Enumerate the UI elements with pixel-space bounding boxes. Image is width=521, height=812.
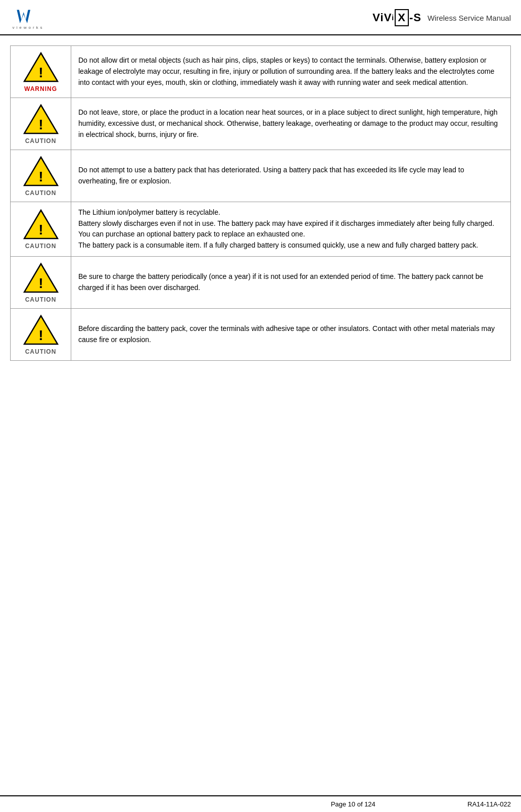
vivix-pre: Vi: [372, 11, 384, 24]
icon-label-1: CAUTION: [25, 137, 57, 145]
icon-label-2: CAUTION: [25, 189, 57, 197]
table-row: ! CAUTION Do not attempt to use a batter…: [11, 150, 511, 202]
caution-icon-wrap: ! CAUTION: [18, 314, 64, 355]
caution-icon-wrap: ! CAUTION: [18, 103, 64, 145]
icon-cell-5: ! CAUTION: [11, 308, 71, 360]
svg-text:!: !: [38, 65, 43, 80]
svg-text:!: !: [38, 117, 43, 132]
caution-triangle-icon: !: [23, 208, 59, 240]
row-text-line: The Lithium ion/polymer battery is recyc…: [78, 208, 220, 216]
text-cell-0: Do not allow dirt or metal objects (such…: [71, 46, 511, 98]
vivix-post: -S: [409, 11, 421, 24]
caution-triangle-icon: !: [23, 103, 59, 134]
icon-label-4: CAUTION: [25, 296, 57, 303]
icon-cell-3: ! CAUTION: [11, 202, 71, 257]
page-wrapper: v i e w o r k s Vi V i X -S Wireless Ser…: [0, 0, 521, 812]
icon-cell-2: ! CAUTION: [11, 150, 71, 202]
footer-doc-number: RA14-11A-022: [467, 800, 511, 808]
text-cell-2: Do not attempt to use a battery pack tha…: [71, 150, 511, 202]
text-cell-3: The Lithium ion/polymer battery is recyc…: [71, 202, 511, 257]
svg-text:!: !: [38, 222, 43, 237]
footer: Page 10 of 124 RA14-11A-022: [0, 795, 521, 812]
svg-text:!: !: [38, 169, 43, 184]
table-row: ! CAUTION Be sure to charge the battery …: [11, 256, 511, 308]
table-row: ! WARNING Do not allow dirt or metal obj…: [11, 46, 511, 98]
caution-triangle-icon: !: [23, 155, 59, 186]
svg-text:!: !: [38, 275, 43, 291]
logo-area: v i e w o r k s: [10, 5, 51, 30]
icon-cell-0: ! WARNING: [11, 46, 71, 98]
caution-icon-wrap: ! WARNING: [18, 51, 64, 92]
vivix-logo: Vi V i X -S: [372, 9, 421, 26]
vivix-i: i: [392, 14, 394, 22]
icon-label-3: CAUTION: [25, 243, 57, 250]
caution-icon-wrap: ! CAUTION: [18, 155, 64, 197]
vivix-box: X: [395, 9, 409, 26]
row-text-line: Battery slowly discharges even if not in…: [78, 219, 494, 238]
caution-triangle-icon: !: [23, 51, 59, 82]
svg-text:!: !: [38, 327, 43, 343]
table-row: ! CAUTION The Lithium ion/polymer batter…: [11, 202, 511, 257]
header: v i e w o r k s Vi V i X -S Wireless Ser…: [0, 0, 521, 35]
icon-cell-4: ! CAUTION: [11, 256, 71, 308]
row-text-line: Be sure to charge the battery periodical…: [78, 272, 483, 292]
row-text-line: Do not attempt to use a battery pack tha…: [78, 166, 464, 185]
manual-title: Wireless Service Manual: [428, 14, 511, 22]
text-cell-5: Before discarding the battery pack, cove…: [71, 308, 511, 360]
row-text-line: Before discarding the battery pack, cove…: [78, 324, 495, 344]
text-cell-1: Do not leave, store, or place the produc…: [71, 98, 511, 150]
caution-triangle-icon: !: [23, 314, 59, 345]
caution-triangle-icon: !: [23, 262, 59, 293]
vivix-v: V: [384, 11, 392, 24]
svg-text:v i e w o r k s: v i e w o r k s: [12, 25, 42, 30]
svg-marker-0: [17, 10, 30, 23]
icon-cell-1: ! CAUTION: [11, 98, 71, 150]
table-row: ! CAUTION Do not leave, store, or place …: [11, 98, 511, 150]
caution-icon-wrap: ! CAUTION: [18, 208, 64, 250]
header-right: Vi V i X -S Wireless Service Manual: [372, 9, 511, 26]
text-cell-4: Be sure to charge the battery periodical…: [71, 256, 511, 308]
row-text-line: Do not leave, store, or place the produc…: [78, 108, 498, 138]
icon-label-0: WARNING: [24, 85, 57, 92]
table-row: ! CAUTION Before discarding the battery …: [11, 308, 511, 360]
row-text-line: The battery pack is a consumable item. I…: [78, 241, 478, 249]
icon-label-5: CAUTION: [25, 348, 57, 355]
warning-table: ! WARNING Do not allow dirt or metal obj…: [10, 45, 511, 361]
vieworks-logo: v i e w o r k s: [10, 5, 51, 30]
content-area: ! WARNING Do not allow dirt or metal obj…: [0, 35, 521, 795]
caution-icon-wrap: ! CAUTION: [18, 262, 64, 303]
footer-page: Page 10 of 124: [239, 800, 468, 808]
row-text-line: Do not allow dirt or metal objects (such…: [78, 56, 494, 86]
